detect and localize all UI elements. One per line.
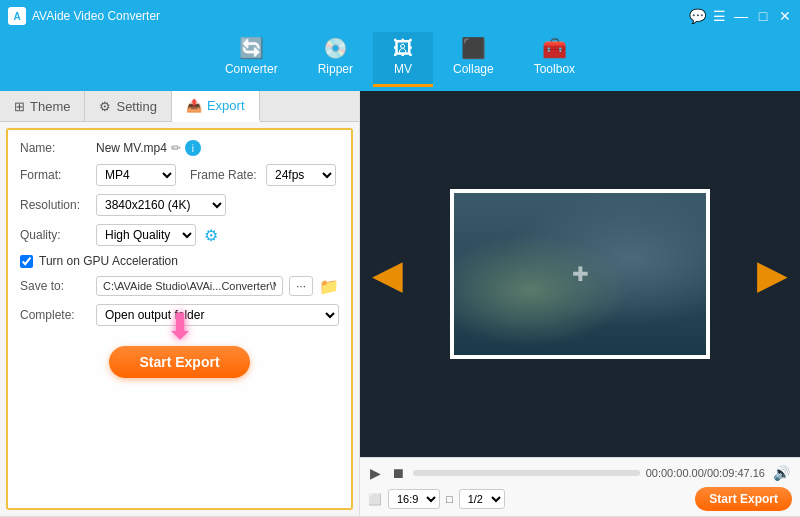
tab-export-label: Export xyxy=(207,98,245,113)
name-value: New MV.mp4 ✏ i xyxy=(96,140,201,156)
nav-collage-label: Collage xyxy=(453,62,494,76)
aspect-ratio-select[interactable]: 16:9 4:3 1:1 xyxy=(388,489,440,509)
tab-theme-label: Theme xyxy=(30,99,70,114)
volume-button[interactable]: 🔊 xyxy=(771,463,792,483)
export-btn-container: ⬇ Start Export xyxy=(20,336,339,378)
resolution-row: Resolution: 3840x2160 (4K) 1920x1080 (HD… xyxy=(20,194,339,216)
save-row: Save to: ··· 📁 xyxy=(20,276,339,296)
toolbox-icon: 🧰 xyxy=(542,38,567,58)
nav-ripper-label: Ripper xyxy=(318,62,353,76)
tab-export[interactable]: 📤 Export xyxy=(172,91,260,122)
window-controls: 💬 ☰ — □ ✕ xyxy=(690,9,792,23)
prev-arrow-icon[interactable]: ◀ xyxy=(372,251,403,297)
nav-converter[interactable]: 🔄 Converter xyxy=(205,32,298,87)
video-frame: ✚ xyxy=(450,189,710,359)
gpu-checkbox[interactable] xyxy=(20,255,33,268)
browse-button[interactable]: ··· xyxy=(289,276,313,296)
ripper-icon: 💿 xyxy=(323,38,348,58)
name-row: Name: New MV.mp4 ✏ i xyxy=(20,140,339,156)
export-form: Name: New MV.mp4 ✏ i Format: MP4 AVI MOV… xyxy=(6,128,353,510)
export-icon: 📤 xyxy=(186,98,202,113)
time-display: 00:00:00.00/00:09:47.16 xyxy=(646,467,765,479)
theme-grid-icon: ⊞ xyxy=(14,99,25,114)
format-row: Format: MP4 AVI MOV Frame Rate: 24fps 30… xyxy=(20,164,339,186)
progress-row: ▶ ⏹ 00:00:00.00/00:09:47.16 🔊 xyxy=(368,463,792,483)
time-total: 00:09:47.16 xyxy=(707,467,765,479)
nav-ripper[interactable]: 💿 Ripper xyxy=(298,32,373,87)
nav-collage[interactable]: ⬛ Collage xyxy=(433,32,514,87)
page-icon: □ xyxy=(446,493,453,505)
video-preview: ◀ ✚ ▶ xyxy=(360,91,800,457)
chat-icon[interactable]: 💬 xyxy=(690,9,704,23)
menu-icon[interactable]: ☰ xyxy=(712,9,726,23)
ratio-container: ⬜ 16:9 4:3 1:1 □ 1/2 2/2 xyxy=(368,489,505,509)
name-text: New MV.mp4 xyxy=(96,141,167,155)
format-label: Format: xyxy=(20,168,90,182)
quality-select[interactable]: High Quality Medium Quality Low Quality xyxy=(96,224,196,246)
edit-icon[interactable]: ✏ xyxy=(171,141,181,155)
framerate-select[interactable]: 24fps 30fps 60fps xyxy=(266,164,336,186)
stop-button[interactable]: ⏹ xyxy=(389,463,407,483)
app-logo: A xyxy=(8,7,26,25)
next-arrow-icon[interactable]: ▶ xyxy=(757,251,788,297)
close-button[interactable]: ✕ xyxy=(778,9,792,23)
nav-mv-label: MV xyxy=(394,62,412,76)
play-button[interactable]: ▶ xyxy=(368,463,383,483)
app-title: AVAide Video Converter xyxy=(32,9,690,23)
complete-label: Complete: xyxy=(20,308,90,322)
open-folder-button[interactable]: 📁 xyxy=(319,277,339,296)
save-label: Save to: xyxy=(20,279,90,293)
nav-mv[interactable]: 🖼 MV xyxy=(373,32,433,87)
progress-bar[interactable] xyxy=(413,470,640,476)
main-content: ⊞ Theme ⚙ Setting 📤 Export Name: New MV.… xyxy=(0,91,800,516)
plus-icon: ✚ xyxy=(572,262,589,286)
gpu-row: Turn on GPU Acceleration xyxy=(20,254,339,268)
quality-settings-button[interactable]: ⚙ xyxy=(202,226,220,245)
name-label: Name: xyxy=(20,141,90,155)
right-panel: ◀ ✚ ▶ ▶ ⏹ 00:00:00.00/00:09:47.16 🔊 xyxy=(360,91,800,516)
resolution-label: Resolution: xyxy=(20,198,90,212)
ratio-icon: ⬜ xyxy=(368,493,382,506)
tab-setting[interactable]: ⚙ Setting xyxy=(85,91,171,121)
gpu-label[interactable]: Turn on GPU Acceleration xyxy=(39,254,178,268)
tab-theme[interactable]: ⊞ Theme xyxy=(0,91,85,121)
complete-select[interactable]: Open output folder Do nothing Shut down xyxy=(96,304,339,326)
nav-toolbox[interactable]: 🧰 Toolbox xyxy=(514,32,595,87)
format-select[interactable]: MP4 AVI MOV xyxy=(96,164,176,186)
info-icon[interactable]: i xyxy=(185,140,201,156)
start-export-right-button[interactable]: Start Export xyxy=(695,487,792,511)
player-controls: ▶ ⏹ 00:00:00.00/00:09:47.16 🔊 ⬜ 16:9 4:3… xyxy=(360,457,800,516)
title-bar: A AVAide Video Converter 💬 ☰ — □ ✕ xyxy=(0,0,800,32)
nav-converter-label: Converter xyxy=(225,62,278,76)
left-panel: ⊞ Theme ⚙ Setting 📤 Export Name: New MV.… xyxy=(0,91,360,516)
quality-label: Quality: xyxy=(20,228,90,242)
page-select[interactable]: 1/2 2/2 xyxy=(459,489,505,509)
arrow-down-icon: ⬇ xyxy=(165,306,195,348)
resolution-select[interactable]: 3840x2160 (4K) 1920x1080 (HD) 1280x720 xyxy=(96,194,226,216)
minimize-button[interactable]: — xyxy=(734,9,748,23)
collage-icon: ⬛ xyxy=(461,38,486,58)
panel-tabs: ⊞ Theme ⚙ Setting 📤 Export xyxy=(0,91,359,122)
nav-toolbox-label: Toolbox xyxy=(534,62,575,76)
mv-icon: 🖼 xyxy=(393,38,413,58)
setting-gear-icon: ⚙ xyxy=(99,99,111,114)
start-export-button[interactable]: Start Export xyxy=(109,346,249,378)
tab-setting-label: Setting xyxy=(116,99,156,114)
save-path-input[interactable] xyxy=(96,276,283,296)
converter-icon: 🔄 xyxy=(239,38,264,58)
controls-row2: ⬜ 16:9 4:3 1:1 □ 1/2 2/2 Start Export xyxy=(368,487,792,511)
maximize-button[interactable]: □ xyxy=(756,9,770,23)
framerate-label: Frame Rate: xyxy=(190,168,260,182)
time-current: 00:00:00.00 xyxy=(646,467,704,479)
nav-bar: 🔄 Converter 💿 Ripper 🖼 MV ⬛ Collage 🧰 To… xyxy=(0,32,800,91)
quality-row: Quality: High Quality Medium Quality Low… xyxy=(20,224,339,246)
